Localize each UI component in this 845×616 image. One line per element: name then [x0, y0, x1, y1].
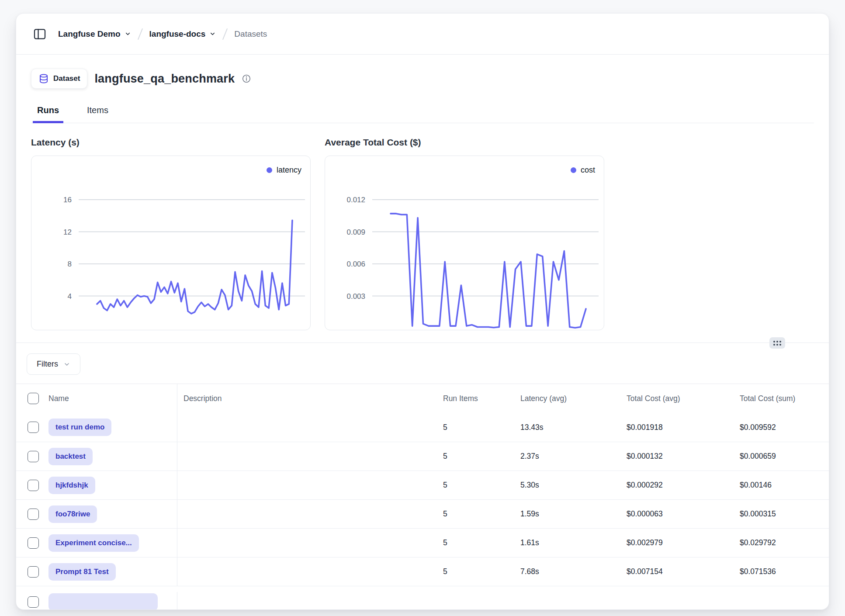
- cost-line: [391, 214, 586, 328]
- table-row[interactable]: hjkfdshjk55.30s$0.000292$0.00146: [16, 471, 829, 499]
- svg-text:0.006: 0.006: [346, 260, 365, 268]
- row-latency-avg-cell: 1.59s: [520, 509, 627, 519]
- row-checkbox[interactable]: [28, 422, 39, 433]
- run-name-pill[interactable]: Experiment concise...: [48, 534, 139, 552]
- row-total-cost-avg-cell: $0.001918: [627, 423, 740, 432]
- info-icon[interactable]: [242, 74, 251, 83]
- svg-text:0.012: 0.012: [346, 196, 365, 204]
- column-header-description: Description: [177, 384, 443, 413]
- row-total-cost-avg-cell: $0.000063: [627, 509, 740, 519]
- dataset-badge-label: Dataset: [53, 74, 80, 83]
- latency-chart-svg: 161284: [31, 156, 311, 330]
- grip-dots-icon: [773, 341, 781, 346]
- app-window: Langfuse Demo langfuse-docs Datasets: [16, 13, 829, 610]
- row-checkbox[interactable]: [28, 566, 39, 578]
- table-row[interactable]: test run demo513.43s$0.001918$0.009592: [16, 413, 829, 442]
- row-run-items-cell: 5: [443, 509, 520, 519]
- row-latency-avg-cell: 7.68s: [520, 567, 627, 576]
- row-checkbox[interactable]: [28, 451, 39, 462]
- table-row[interactable]: foo78riwe51.59s$0.000063$0.000315: [16, 499, 829, 528]
- row-latency-avg-cell: 2.37s: [520, 452, 627, 461]
- row-description-cell: [177, 529, 443, 557]
- row-description-cell: [177, 442, 443, 471]
- cost-chart-title: Average Total Cost ($): [325, 137, 604, 148]
- row-total-cost-sum-cell: $0.000659: [740, 452, 829, 461]
- row-checkbox[interactable]: [28, 596, 39, 608]
- column-header-latency-avg: Latency (avg): [520, 394, 627, 403]
- run-name-pill[interactable]: Prompt 81 Test: [48, 563, 116, 581]
- legend-dot-icon: [571, 167, 576, 173]
- runs-table: Name Description Run Items Latency (avg)…: [16, 384, 829, 610]
- table-row-partial[interactable]: [16, 586, 829, 610]
- cost-chart-section: Average Total Cost ($) 0.0120.0090.0060.…: [325, 137, 604, 330]
- table-body: test run demo513.43s$0.001918$0.009592ba…: [16, 413, 829, 610]
- latency-chart-section: Latency (s) 161284 latency: [31, 137, 311, 330]
- svg-text:12: 12: [63, 228, 72, 236]
- svg-text:0.003: 0.003: [346, 292, 365, 301]
- table-row[interactable]: Prompt 81 Test57.68s$0.007154$0.071536: [16, 557, 829, 586]
- page-title: langfuse_qa_benchmark: [94, 72, 235, 86]
- breadcrumb-org-selector[interactable]: Langfuse Demo: [58, 29, 131, 39]
- run-name-pill[interactable]: hjkfdshjk: [48, 477, 95, 494]
- chevron-down-icon: [63, 361, 70, 368]
- row-description-cell: [177, 557, 443, 586]
- column-header-name: Name: [48, 384, 177, 413]
- run-name-pill[interactable]: test run demo: [48, 419, 111, 436]
- table-row[interactable]: backtest52.37s$0.000132$0.000659: [16, 442, 829, 471]
- row-run-items-cell: 5: [443, 452, 520, 461]
- row-total-cost-sum-cell: $0.009592: [740, 423, 829, 432]
- latency-line: [97, 220, 292, 314]
- tab-items[interactable]: Items: [83, 104, 113, 123]
- legend-dot-icon: [267, 167, 272, 173]
- breadcrumb-project-selector[interactable]: langfuse-docs: [149, 29, 216, 39]
- latency-chart-title: Latency (s): [31, 137, 311, 148]
- legend-label: cost: [581, 166, 595, 175]
- charts-row: Latency (s) 161284 latency Average Total…: [31, 137, 814, 330]
- cost-chart-legend: cost: [571, 166, 595, 175]
- panel-left-icon: [33, 27, 47, 41]
- row-name-cell: backtest: [48, 442, 177, 471]
- row-name-cell: test run demo: [48, 413, 177, 442]
- row-checkbox-cell: [16, 529, 48, 557]
- filters-button[interactable]: Filters: [27, 353, 80, 375]
- tab-runs[interactable]: Runs: [33, 104, 63, 123]
- row-checkbox[interactable]: [28, 480, 39, 491]
- breadcrumb-project-label: langfuse-docs: [149, 29, 206, 39]
- row-checkbox-cell: [16, 500, 48, 528]
- run-name-pill[interactable]: foo78riwe: [48, 505, 97, 523]
- sidebar-toggle-button[interactable]: [33, 27, 47, 41]
- row-total-cost-avg-cell: $0.000292: [627, 481, 740, 490]
- row-run-items-cell: 5: [443, 481, 520, 490]
- dataset-header: Dataset langfuse_qa_benchmark: [31, 69, 814, 89]
- run-name-pill[interactable]: backtest: [48, 448, 93, 465]
- row-name-cell: [48, 592, 177, 610]
- row-total-cost-sum-cell: $0.071536: [740, 567, 829, 576]
- select-all-checkbox[interactable]: [28, 393, 39, 404]
- row-name-cell: hjkfdshjk: [48, 471, 177, 499]
- table-header-row: Name Description Run Items Latency (avg)…: [16, 384, 829, 413]
- breadcrumb-org-label: Langfuse Demo: [58, 29, 121, 39]
- row-latency-avg-cell: 1.61s: [520, 538, 627, 547]
- row-total-cost-sum-cell: $0.00146: [740, 481, 829, 490]
- table-row[interactable]: Experiment concise...51.61s$0.002979$0.0…: [16, 528, 829, 557]
- cost-chart-card: 0.0120.0090.0060.003 cost: [325, 156, 604, 330]
- database-icon: [38, 73, 49, 84]
- main-content: Dataset langfuse_qa_benchmark Runs Items…: [16, 69, 829, 330]
- resize-drag-handle[interactable]: [769, 337, 785, 349]
- breadcrumb-separator: [137, 28, 142, 40]
- row-description-cell: [177, 471, 443, 499]
- column-header-total-cost-sum: Total Cost (sum): [740, 394, 829, 403]
- header-checkbox-cell: [16, 384, 48, 413]
- dataset-badge: Dataset: [31, 69, 87, 89]
- svg-text:16: 16: [63, 196, 72, 204]
- row-checkbox[interactable]: [28, 537, 39, 549]
- breadcrumb-section-datasets[interactable]: Datasets: [234, 29, 267, 39]
- row-total-cost-sum-cell: $0.029792: [740, 538, 829, 547]
- run-name-pill[interactable]: [48, 593, 158, 610]
- svg-text:4: 4: [68, 292, 72, 301]
- row-checkbox[interactable]: [28, 509, 39, 520]
- breadcrumb: Langfuse Demo langfuse-docs Datasets: [58, 28, 267, 40]
- legend-label: latency: [277, 166, 301, 175]
- column-header-run-items: Run Items: [443, 394, 520, 403]
- row-checkbox-cell: [16, 471, 48, 499]
